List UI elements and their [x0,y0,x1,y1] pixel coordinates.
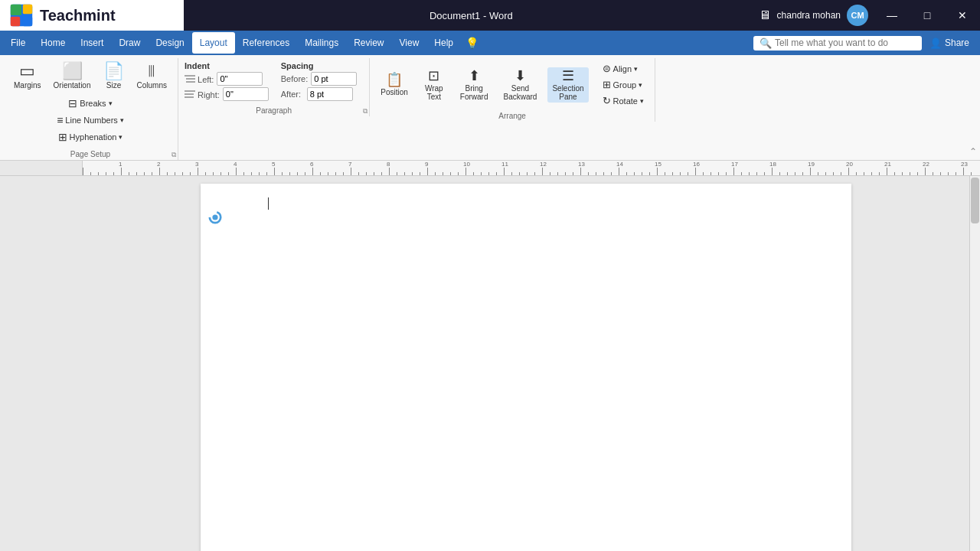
menu-bar: File Home Insert Draw Design Layout Refe… [0,31,980,55]
document-page[interactable] [201,184,851,551]
paragraph-label: Paragraph [256,106,292,115]
size-button[interactable]: 📄 Size [99,61,129,91]
indent-section: Indent Left: Right: [185,61,269,103]
minimize-button[interactable]: — [874,0,910,31]
before-label: Before: [281,74,308,83]
line-numbers-button[interactable]: ≡ Line Numbers ▾ [52,112,129,128]
position-button[interactable]: 📋 Position [376,71,413,98]
svg-point-12 [212,214,217,220]
menu-layout[interactable]: Layout [192,32,235,54]
teachmint-logo-icon [9,3,34,28]
menu-draw[interactable]: Draw [111,32,148,54]
spacing-title: Spacing [281,61,357,70]
paragraph-group: Indent Left: Right: [178,58,370,116]
menu-review[interactable]: Review [346,32,391,54]
loading-cursor [208,210,222,227]
breaks-dropdown-icon: ▾ [109,99,113,107]
right-indent-input[interactable] [223,87,269,101]
main-area [0,176,980,551]
send-backward-icon: ⬇ [514,69,526,83]
selection-pane-button[interactable]: ☰ Selection Pane [547,67,588,103]
svg-rect-1 [11,5,21,15]
window-controls: — □ ✕ [874,0,980,31]
left-indent-input[interactable] [217,72,263,86]
right-indent-row: Right: [185,87,269,101]
before-spacing-input[interactable] [311,72,357,86]
arrange-top-row: 📋 Position ⊡ Wrap Text ⬆ Bring Forward ⬇… [376,61,648,108]
left-indent-row: Left: [185,72,269,86]
columns-icon: ⫴ [148,63,155,80]
menu-design[interactable]: Design [148,32,191,54]
close-button[interactable]: ✕ [945,0,980,31]
paragraph-expand-icon[interactable]: ⧉ [363,107,368,116]
hyphenation-row: ⊞ Hyphenation ▾ [54,129,128,145]
after-label: After: [281,90,304,99]
ribbon-collapse-button[interactable]: ⌃ [969,146,977,157]
ruler-row: 1234567891011121314151617181920212223 [0,161,980,176]
ruler: 1234567891011121314151617181920212223 [83,161,980,176]
group-button[interactable]: ⊞ Group ▾ [598,77,648,92]
align-dropdown-icon: ▾ [634,65,638,73]
search-icon: 🔍 [760,37,772,49]
right-indent-label: Right: [185,89,220,99]
rotate-icon: ↻ [603,95,611,106]
menu-view[interactable]: View [392,32,427,54]
page-setup-expand-icon[interactable]: ⧉ [172,151,176,159]
title-bar: Teachmint Document1 - Word 🖥 chandra moh… [0,0,980,31]
logo-area: Teachmint [0,0,184,31]
after-spacing-input[interactable] [307,87,353,101]
rotate-dropdown-icon: ▾ [640,97,644,105]
columns-button[interactable]: ⫴ Columns [132,61,172,91]
hyphenation-dropdown-icon: ▾ [119,133,122,141]
indent-left-icon [185,73,195,83]
align-group-rotate-col: ⊜ Align ▾ ⊞ Group ▾ ↻ Rotate ▾ [598,61,648,108]
send-backward-button[interactable]: ⬇ Send Backward [499,67,542,103]
arrange-group: 📋 Position ⊡ Wrap Text ⬆ Bring Forward ⬇… [370,58,655,122]
breaks-icon: ⊟ [68,97,77,109]
svg-rect-4 [23,17,32,26]
menu-insert[interactable]: Insert [73,32,111,54]
menu-references[interactable]: References [235,32,297,54]
bring-forward-icon: ⬆ [469,69,480,83]
align-icon: ⊜ [603,63,611,74]
bring-forward-button[interactable]: ⬆ Bring Forward [456,67,493,103]
orientation-icon: ⬜ [62,63,83,80]
vertical-scrollbar[interactable] [969,176,980,551]
ribbon: ▭ Margins ⬜ Orientation 📄 Size ⫴ Columns [0,55,980,161]
share-icon: 👤 [929,37,942,49]
maximize-button[interactable]: □ [910,0,945,31]
orientation-button[interactable]: ⬜ Orientation [49,61,96,91]
group-dropdown-icon: ▾ [639,81,642,89]
arrange-label: Arrange [498,112,526,120]
line-numbers-row: ≡ Line Numbers ▾ [52,112,129,128]
share-button[interactable]: 👤 Share [922,34,977,52]
group-icon: ⊞ [603,79,611,90]
align-button[interactable]: ⊜ Align ▾ [598,61,648,76]
spacing-section: Spacing Before: After: [281,61,357,103]
menu-home[interactable]: Home [33,32,73,54]
rotate-button[interactable]: ↻ Rotate ▾ [598,93,648,108]
menu-mailings[interactable]: Mailings [297,32,346,54]
menu-help[interactable]: Help [426,32,461,54]
scrollbar-thumb[interactable] [971,178,979,223]
document-canvas[interactable] [83,176,969,551]
left-indent-label: Left: [185,73,214,84]
position-icon: 📋 [386,73,403,86]
breaks-button[interactable]: ⊟ Breaks ▾ [64,96,116,111]
wrap-text-icon: ⊡ [428,69,439,83]
search-bar[interactable]: 🔍 [753,36,922,51]
ruler-corner [0,161,83,176]
after-spacing-row: After: [281,87,357,101]
selection-pane-icon: ☰ [562,69,574,83]
lightbulb-icon: 💡 [466,37,479,49]
page-setup-bottom-row: ⊟ Breaks ▾ [64,96,116,111]
wrap-text-button[interactable]: ⊡ Wrap Text [419,67,449,103]
menu-file[interactable]: File [3,32,33,54]
user-avatar[interactable]: CM [847,5,868,26]
loading-icon [208,210,222,224]
indent-title: Indent [185,61,269,70]
margins-button[interactable]: ▭ Margins [9,61,46,91]
left-panel [0,176,83,551]
hyphenation-button[interactable]: ⊞ Hyphenation ▾ [54,129,128,145]
search-input[interactable] [775,37,905,48]
